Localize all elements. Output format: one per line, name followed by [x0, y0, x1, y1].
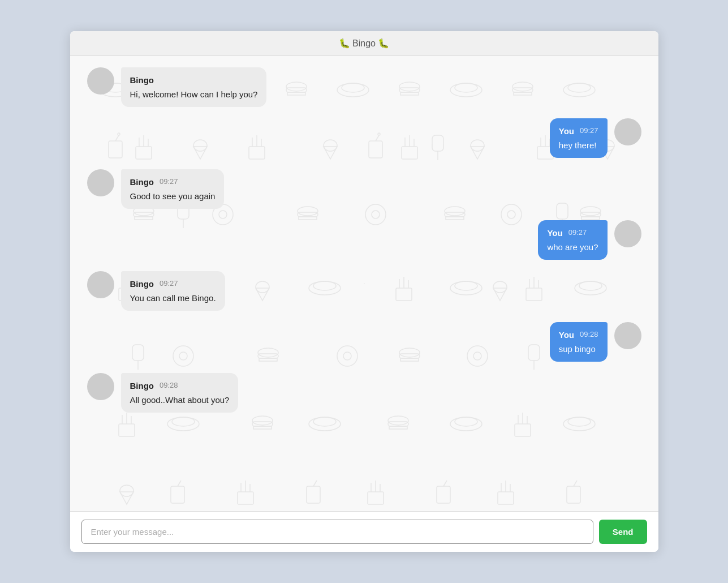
svg-rect-150: [238, 492, 253, 504]
svg-rect-128: [252, 422, 273, 426]
message-row: You 09:27 who are you?: [87, 220, 641, 260]
svg-rect-158: [498, 492, 514, 504]
avatar: [87, 169, 114, 196]
bubble-header: Bingo 09:27: [130, 176, 216, 188]
user-bubble: You 09:27 hey there!: [550, 118, 608, 158]
sender-name: You: [547, 227, 562, 239]
message-row: You 09:27 hey there!: [87, 118, 641, 158]
bubble-text: Good to see you again: [130, 190, 216, 202]
bubble-text: hey there!: [559, 139, 598, 151]
svg-rect-131: [388, 422, 408, 426]
svg-point-122: [309, 417, 341, 431]
chat-window: 🐛 Bingo 🐛: [70, 31, 658, 552]
avatar: [614, 322, 641, 349]
bubble-header: You 09:28: [559, 329, 598, 341]
bubble-header: Bingo: [130, 74, 258, 86]
svg-marker-162: [120, 492, 133, 504]
bubble-text: You can call me Bingo.: [130, 292, 216, 304]
svg-rect-146: [437, 486, 450, 503]
bot-bubble: Bingo Hi, welcome! How can I help you?: [121, 67, 267, 107]
svg-rect-144: [307, 486, 320, 503]
svg-line-145: [313, 481, 317, 486]
message-time: 09:28: [580, 329, 598, 340]
message-time: 09:27: [568, 228, 587, 238]
bot-bubble: Bingo 09:27 You can call me Bingo.: [121, 271, 225, 311]
svg-line-143: [178, 481, 181, 486]
avatar: [87, 67, 114, 95]
sender-name: Bingo: [130, 278, 154, 290]
chat-header: 🐛 Bingo 🐛: [70, 31, 658, 56]
svg-point-130: [252, 416, 273, 425]
avatar: [614, 220, 641, 247]
svg-rect-148: [567, 486, 580, 503]
avatar: [87, 373, 114, 400]
sender-name: Bingo: [130, 74, 154, 86]
message-row: Bingo Hi, welcome! How can I help you?: [87, 67, 641, 107]
svg-rect-132: [389, 426, 407, 429]
bot-bubble: Bingo 09:28 All good..What about you?: [121, 373, 239, 413]
svg-point-133: [388, 416, 408, 425]
svg-rect-134: [119, 424, 135, 436]
message-input[interactable]: [81, 520, 593, 544]
messages-container: Bingo Hi, welcome! How can I help you? Y…: [87, 67, 641, 413]
svg-point-125: [455, 417, 477, 426]
svg-rect-154: [368, 492, 384, 504]
sender-name: Bingo: [130, 380, 154, 392]
sender-name: You: [559, 125, 574, 137]
bubble-text: All good..What about you?: [130, 394, 230, 406]
header-title: 🐛 Bingo 🐛: [339, 38, 390, 48]
sender-name: You: [559, 329, 574, 341]
chat-footer: Send: [70, 511, 658, 552]
message-row: Bingo 09:28 All good..What about you?: [87, 373, 641, 413]
sender-name: Bingo: [130, 176, 154, 188]
send-button[interactable]: Send: [599, 520, 647, 544]
avatar: [614, 118, 641, 145]
bot-bubble: Bingo 09:27 Good to see you again: [121, 169, 225, 209]
message-row: Bingo 09:27 You can call me Bingo.: [87, 271, 641, 311]
message-time: 09:27: [160, 177, 178, 187]
bubble-text: Hi, welcome! How can I help you?: [130, 88, 258, 100]
bubble-header: Bingo 09:27: [130, 278, 216, 290]
avatar: [87, 271, 114, 298]
message-row: Bingo 09:27 Good to see you again: [87, 169, 641, 209]
message-time: 09:27: [580, 126, 598, 136]
svg-rect-129: [253, 426, 272, 429]
svg-point-124: [450, 417, 482, 431]
svg-point-121: [172, 417, 195, 426]
svg-point-120: [167, 417, 199, 431]
svg-rect-142: [171, 486, 184, 503]
svg-rect-138: [515, 424, 531, 436]
svg-point-123: [313, 417, 336, 426]
bubble-text: who are you?: [547, 241, 598, 253]
svg-point-127: [568, 417, 591, 426]
svg-point-163: [120, 485, 133, 496]
message-time: 09:27: [160, 278, 178, 289]
user-bubble: You 09:28 sup bingo: [550, 322, 608, 362]
message-row: You 09:28 sup bingo: [87, 322, 641, 362]
bubble-header: You 09:27: [547, 227, 598, 239]
svg-line-147: [443, 481, 447, 486]
svg-line-149: [574, 481, 577, 486]
bubble-text: sup bingo: [559, 343, 598, 355]
svg-point-126: [563, 417, 595, 431]
bubble-header: Bingo 09:28: [130, 380, 230, 392]
user-bubble: You 09:27 who are you?: [538, 220, 607, 260]
message-time: 09:28: [160, 380, 178, 391]
chat-body: Bingo Hi, welcome! How can I help you? Y…: [70, 56, 658, 511]
bubble-header: You 09:27: [559, 125, 598, 137]
